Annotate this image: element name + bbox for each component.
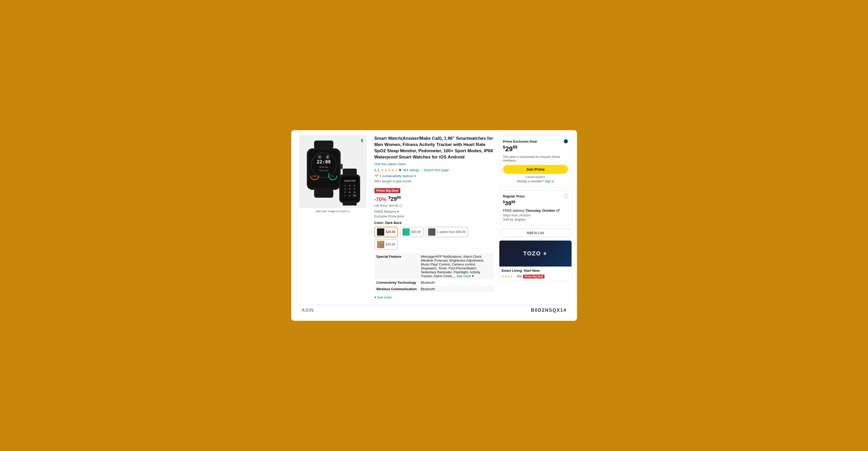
color-price-1: $29.99 [386,230,396,234]
delivery-date: Thursday, October 17 [525,208,560,213]
product-title: Smart Watch(Answer/Make Call), 1.96" Sma… [374,135,494,160]
regular-price-label: Regular Price [503,194,525,198]
join-prime-button[interactable]: Join Prime [503,165,568,174]
cancel-anytime: Cancel anytime [503,175,568,179]
svg-text:0: 0 [349,195,350,197]
regular-price-box: Regular Price $3999 FREE delivery Thursd… [499,190,572,225]
svg-rect-15 [314,140,333,149]
sustainability-link[interactable]: 1 sustainability feature [379,174,413,178]
svg-text:1: 1 [344,185,345,187]
see-more-text-2: See more [377,295,392,299]
ad-content: Smart Living. Start Now. ★★★★☆ 896 Prime… [499,266,571,281]
product-image-svg: 22:08 BPM 086 2024-02-08 Steps Km ⟳ ⚡ [302,138,364,205]
chevron-down-icon[interactable]: ▾ [399,167,401,172]
ships-from: Ships from: Amazon [503,214,568,217]
share-icon[interactable]: ⬆ [360,138,364,144]
sustainability-row: 🌱 1 sustainability feature ▾ [374,174,494,178]
spec-value-connectivity: Bluetooth [419,279,494,286]
color-price-4: $29.99 [386,243,396,246]
already-member: Already a member? Sign in [503,180,568,183]
product-image-container: ⬆ 22:08 BPM 086 2024-02-08 Steps [299,135,367,208]
color-option-1[interactable]: $29.99 [374,227,398,237]
color-swatch-1 [377,228,384,236]
info-icon[interactable]: ⓘ [399,204,402,207]
svg-rect-17 [341,164,343,169]
svg-text:⌨: ⌨ [352,194,356,197]
image-section: ⬆ 22:08 BPM 086 2024-02-08 Steps [297,135,369,299]
free-delivery-label: FREE delivery [503,208,525,213]
asin-bar: ASIN B0D2NSQX14 [297,305,572,316]
svg-text:⚡: ⚡ [326,155,330,159]
ad-title: Smart Living. Start Now. [501,269,569,272]
product-layout: ⬆ 22:08 BPM 086 2024-02-08 Steps [297,135,572,299]
discount-pct: -70% [374,196,386,202]
svg-text:6: 6 [353,188,355,190]
search-page-link[interactable]: Search this page [424,168,449,172]
color-price-3: 1 option from $99.99 [437,230,466,234]
see-more-link-2[interactable]: ▾ See more [374,295,392,299]
spec-value-wireless: Bluetooth [419,286,494,292]
price-cents: 99 [397,195,401,199]
prime-deal-price: $2999 [503,145,568,153]
svg-text:BPM 086: BPM 086 [319,166,328,168]
prime-big-deal-badge: Prime Big Deal [374,188,401,193]
spec-value-feature: Message/APP Notifications, Alarm Clock, … [419,253,494,279]
product-page: ⬆ 22:08 BPM 086 2024-02-08 Steps [291,130,577,321]
prime-deal-title: Prime Exclusive Deal [503,139,537,143]
spec-row-wireless: Wireless Communication Bluetooth [374,286,494,292]
ad-image: TOZO ⌚ [499,240,571,266]
svg-text:2: 2 [349,185,350,187]
svg-text:4: 4 [344,188,345,190]
color-option-3[interactable]: 1 option from $99.99 [426,227,468,237]
ad-box: TOZO ⌚ Smart Living. Start Now. ★★★★☆ 89… [499,240,572,281]
spec-feature-text: Message/APP Notifications, Alarm Clock, … [421,255,484,278]
see-more-link-1[interactable]: See more [457,274,471,278]
store-link[interactable]: Visit the zakotu Store [374,162,494,166]
color-swatch-2 [402,228,410,236]
list-price-row: List Price: $99.99 ⓘ [374,204,494,208]
currency-symbol: $ [389,195,391,199]
add-to-list-button[interactable]: Add to List [499,228,572,237]
free-returns-chevron: ▾ [397,210,399,214]
svg-text:5: 5 [349,188,350,190]
svg-text:0+: 0+ [344,195,346,197]
color-label-text: Color: [374,221,384,225]
ratings-count[interactable]: 364 ratings [403,168,419,172]
color-option-2[interactable]: $99.99 [400,227,424,237]
free-returns[interactable]: FREE Returns ▾ [374,210,494,214]
leaf-icon: 🌱 [374,174,378,178]
ad-star-icons: ★★★★☆ [501,275,516,278]
buy-box: Prime Exclusive Deal $2999 This deal is … [499,135,572,299]
svg-text:7*: 7* [344,191,346,194]
svg-text:8: 8 [349,191,350,194]
prime-deal-desc: This deal is exclusively for Amazon Prim… [503,155,568,162]
bought-badge: 500+ bought in past month [374,180,494,183]
svg-text:2024-02-08: 2024-02-08 [319,170,329,171]
rating-number: 4.3 [374,168,379,172]
svg-text:Km: Km [331,175,334,177]
free-returns-text: FREE Returns [374,210,396,214]
current-price: $2999 [389,195,401,202]
svg-text:3: 3 [353,185,355,187]
svg-rect-16 [314,189,333,198]
regular-price-amount: $3999 [503,200,568,207]
color-option-4[interactable]: $29.99 [374,239,398,250]
see-more-chevron: ▾ [472,274,474,278]
exclusive-prime: Exclusive Prime price [374,215,494,218]
svg-text:22:08: 22:08 [316,159,331,164]
ad-wrist-icon: ⌚ [543,252,548,255]
zoom-text: Roll over image to zoom in [316,210,349,213]
spec-row-feature: Special Feature Message/APP Notification… [374,253,494,279]
svg-text:9*: 9* [353,191,355,194]
prime-deal-header: Prime Exclusive Deal [503,139,568,143]
regular-price-radio[interactable] [564,194,568,198]
svg-rect-35 [343,202,357,205]
specs-table: Special Feature Message/APP Notification… [374,253,494,292]
color-swatch-3 [428,228,435,236]
prime-price-whole: 29 [505,145,513,153]
svg-text:⟳: ⟳ [319,156,321,159]
sign-in-link[interactable]: Sign in [545,180,554,183]
spec-label-wireless: Wireless Communication [374,286,419,292]
price-whole: 29 [391,196,397,202]
prime-deal-box: Prime Exclusive Deal $2999 This deal is … [499,135,572,187]
